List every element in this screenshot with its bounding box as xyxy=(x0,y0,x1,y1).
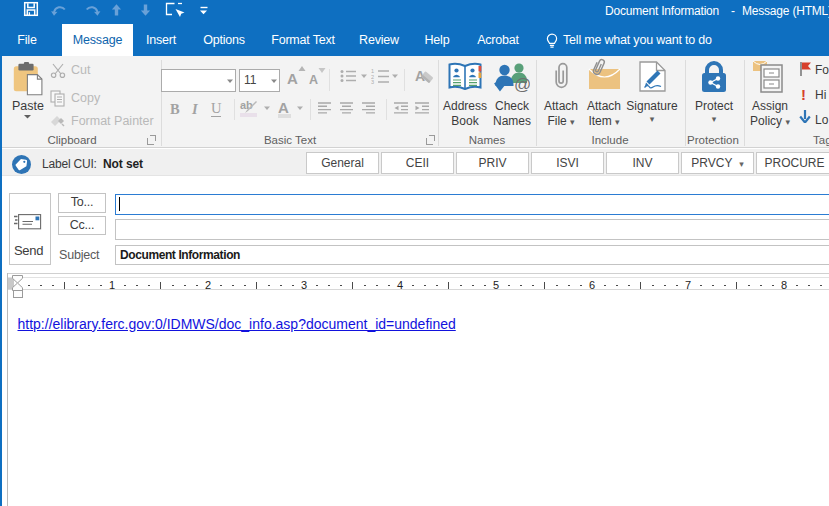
svg-text:@: @ xyxy=(514,75,530,93)
svg-text:3: 3 xyxy=(371,79,374,84)
